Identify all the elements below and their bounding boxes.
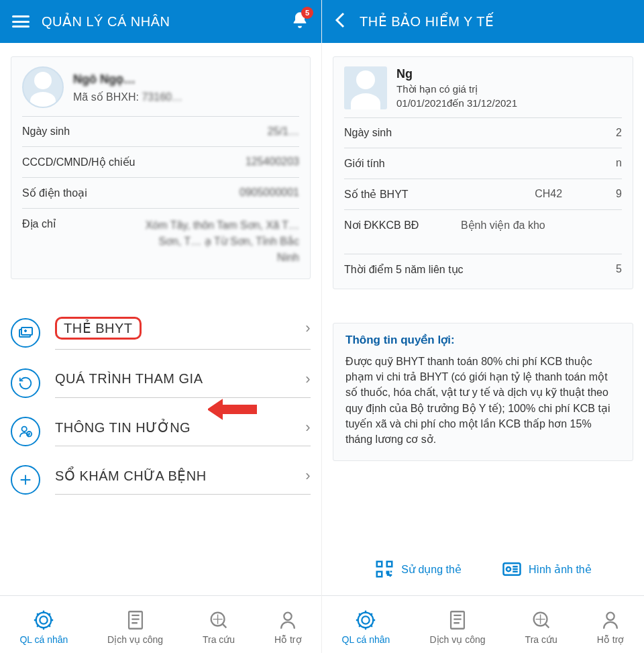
idcard-row: CCCD/CMND/Hộ chiếu 125400203 <box>22 146 299 177</box>
svg-point-13 <box>506 567 511 571</box>
nav-personal[interactable]: QL cá nhân <box>19 609 68 645</box>
user-info-icon <box>11 417 40 446</box>
svg-point-15 <box>362 616 370 623</box>
dob-row: Ngày sinh 2 <box>344 117 622 148</box>
svg-rect-16 <box>451 611 464 629</box>
benefits-card: Thông tin quyền lợi: Được quỹ BHYT thanh… <box>333 323 633 461</box>
bottom-nav: QL cá nhân Dịch vụ công Tra cứu Hỗ trợ <box>322 595 644 653</box>
menu-bhyt-card[interactable]: THẺ BHYT › <box>11 306 311 359</box>
nav-search[interactable]: Tra cứu <box>525 609 557 645</box>
bottom-nav: QL cá nhân Dịch vụ công Tra cứu Hỗ trợ <box>0 595 321 653</box>
content: Ngô Ngọ… Mã số BHXH: 73160… Ngày sinh 25… <box>0 43 321 595</box>
bhyt-card-screen: THẺ BẢO HIỂM Y TẾ Ng Thời hạn có giá trị… <box>322 0 644 653</box>
notification-badge: 5 <box>301 7 313 19</box>
chevron-right-icon: › <box>305 467 311 485</box>
svg-point-18 <box>606 612 614 619</box>
card-image-button[interactable]: Hình ảnh thẻ <box>502 559 592 579</box>
chevron-right-icon: › <box>305 370 311 388</box>
notifications-button[interactable]: 5 <box>290 11 309 32</box>
gender-row: Giới tính n <box>344 148 622 179</box>
address-row: Địa chỉ Xóm Tây, thôn Tam Sơn, Xã T… Sơn… <box>22 208 299 274</box>
refresh-icon <box>11 368 40 398</box>
svg-point-8 <box>284 612 292 619</box>
menu-label: THẺ BHYT › <box>55 315 311 350</box>
chevron-right-icon: › <box>305 319 311 337</box>
bhxh-code: Mã số BHXH: 73160… <box>73 91 182 103</box>
card-number-row: Số thẻ BHYT CH429 <box>344 179 622 209</box>
personal-management-screen: QUẢN LÝ CÁ NHÂN 5 Ngô Ngọ… Mã số BHXH: 7… <box>0 0 322 653</box>
svg-rect-9 <box>377 562 382 567</box>
hospital-row: Nơi ĐKKCB BĐ Bệnh viện đa kho <box>344 209 622 240</box>
svg-rect-10 <box>387 562 392 567</box>
content: Ng Thời hạn có giá trị 01/01/2021đến 31/… <box>322 43 644 595</box>
id-card-icon: Hình ảnh thẻ <box>529 563 592 576</box>
card-holder-name: Ng <box>396 67 517 81</box>
header: THẺ BẢO HIỂM Y TẾ <box>322 0 644 43</box>
qr-icon: Sử dụng thẻ <box>401 563 462 576</box>
back-button[interactable] <box>334 11 347 32</box>
arrow-annotation <box>208 397 258 424</box>
svg-point-2 <box>22 427 27 432</box>
card-actions: Sử dụng thẻ Hình ảnh thẻ <box>333 552 633 582</box>
five-year-row: Thời điểm 5 năm liên tục 5 <box>344 254 622 285</box>
nav-support[interactable]: Hỗ trợ <box>274 609 302 645</box>
svg-point-5 <box>40 616 48 623</box>
phone-row: Số điện thoại 0905000001 <box>22 177 299 208</box>
header-title: QUẢN LÝ CÁ NHÂN <box>42 13 170 30</box>
profile-card: Ngô Ngọ… Mã số BHXH: 73160… Ngày sinh 25… <box>11 56 311 279</box>
card-icon <box>11 318 40 348</box>
benefits-text: Được quỹ BHYT thanh toán 80% chi phí KCB… <box>345 354 621 447</box>
nav-service[interactable]: Dịch vụ công <box>107 609 163 645</box>
plus-icon <box>11 465 40 495</box>
nav-support[interactable]: Hỗ trợ <box>597 609 625 645</box>
menu-icon[interactable] <box>12 15 30 28</box>
svg-rect-6 <box>129 611 142 629</box>
chevron-right-icon: › <box>305 419 311 436</box>
menu: THẺ BHYT › QUÁ TRÌNH THAM GIA› THÔNG TIN… <box>11 306 311 504</box>
nav-search[interactable]: Tra cứu <box>203 609 235 645</box>
nav-service[interactable]: Dịch vụ công <box>429 609 485 645</box>
dob-row: Ngày sinh 25/1… <box>22 116 299 146</box>
benefits-title: Thông tin quyền lợi: <box>345 333 621 347</box>
menu-medical-records[interactable]: SỔ KHÁM CHỮA BỆNH› <box>11 456 311 504</box>
nav-personal[interactable]: QL cá nhân <box>342 609 390 645</box>
header: QUẢN LÝ CÁ NHÂN 5 <box>0 0 321 43</box>
validity-value: 01/01/2021đến 31/12/2021 <box>396 97 517 109</box>
menu-process[interactable]: QUÁ TRÌNH THAM GIA› <box>11 359 311 407</box>
validity-label: Thời hạn có giá trị <box>396 83 517 95</box>
header-title: THẺ BẢO HIỂM Y TẾ <box>360 13 494 30</box>
avatar <box>344 66 387 109</box>
use-card-button[interactable]: Sử dụng thẻ <box>374 559 462 579</box>
svg-rect-11 <box>377 572 382 577</box>
bhyt-card: Ng Thời hạn có giá trị 01/01/2021đến 31/… <box>333 56 633 289</box>
avatar <box>22 66 64 108</box>
profile-name: Ngô Ngọ… <box>73 72 182 87</box>
menu-benefit-info[interactable]: THÔNG TIN HƯỞNG› <box>11 407 311 456</box>
